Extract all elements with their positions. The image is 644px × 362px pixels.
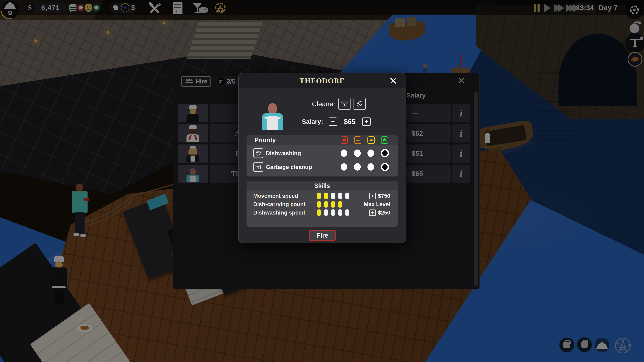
upgrade-cost: $250 [378,210,390,216]
priority-radio-none[interactable] [340,163,347,171]
priority-medium-icon [368,136,375,144]
skill-pip [324,193,328,199]
skill-row-dishwash-speed: Dishwashing speed + $250 [246,209,398,217]
priority-row-garbage: Garbage cleanup [246,161,398,173]
skill-pip [338,209,342,216]
dishwashing-role-button[interactable] [354,98,366,110]
skill-pip [345,193,349,199]
game-screen: 9 $ 6,471 3 [0,0,644,362]
salary-decrease-button[interactable]: − [329,117,337,126]
salary-value: $65 [337,118,362,126]
skill-pip [331,209,335,216]
task-label: Garbage cleanup [266,164,340,170]
box-icon [340,100,348,108]
sponge-icon [254,148,263,158]
upgrade-button[interactable]: + [369,193,376,199]
skill-label: Dish-carrying count [253,201,317,207]
upgrade-cost: $750 [378,193,390,199]
skill-row-movement: Movement speed + $750 [246,192,398,200]
skill-pip [338,193,342,199]
skill-pip [331,193,335,199]
skills-section: Skills Movement speed + $750 Dish-carryi… [246,181,398,227]
priority-none-icon [340,136,348,144]
priority-row-dishwashing: Dishwashing [246,147,398,159]
skill-row-dishcarry: Dish-carrying count Max Level [246,200,398,209]
skill-pip [324,201,328,208]
role-label: Cleaner [312,100,336,108]
priority-low-icon [354,136,362,144]
skill-pip [331,201,335,208]
skill-label: Dishwashing speed [253,210,317,216]
priority-radio-medium[interactable] [368,149,374,157]
priority-radio-high[interactable] [381,149,389,157]
skill-pip [345,209,349,216]
task-label: Dishwashing [266,150,340,157]
priority-section: Priority Dishwashing [246,135,398,176]
box-icon [254,162,263,172]
garbage-role-button[interactable] [338,98,350,110]
priority-radio-low[interactable] [354,149,361,157]
skill-pip [338,201,342,208]
modal-close-icon[interactable] [390,77,397,84]
salary-label: Salary: [302,118,329,125]
fire-button[interactable]: Fire [309,230,336,241]
priority-radio-high[interactable] [381,163,389,171]
max-level-label: Max Level [364,201,390,207]
priority-header: Priority [254,137,340,144]
salary-increase-button[interactable]: + [362,117,371,126]
priority-radio-none[interactable] [340,149,347,157]
skill-label: Movement speed [253,193,317,199]
skill-pip [317,193,321,199]
skill-pip [317,201,321,208]
modal-title: Theodore [239,73,406,88]
priority-radio-low[interactable] [354,163,361,171]
sponge-icon [356,100,364,108]
skill-pip [317,209,321,216]
priority-radio-medium[interactable] [368,163,374,171]
employee-portrait [259,102,286,130]
priority-high-icon [381,136,388,144]
upgrade-button[interactable]: + [369,210,376,216]
skills-header: Skills [246,181,398,190]
skill-pip [324,209,328,216]
